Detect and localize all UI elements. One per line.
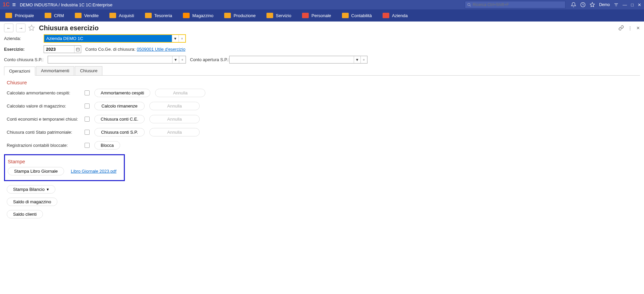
tab-ammortamenti[interactable]: Ammortamenti xyxy=(36,66,75,75)
nav-label: Tesoreria xyxy=(154,13,172,18)
nav-label: CRM xyxy=(54,13,64,18)
nav-acquisti[interactable]: Acquisti xyxy=(109,13,134,18)
close-icon[interactable]: ✕ xyxy=(636,26,640,31)
conto-apertura-label: Conto apertura S.P.: xyxy=(190,57,229,62)
conto-apertura-input-group: ▾ ▫ xyxy=(229,56,367,64)
azienda-dropdown-icon[interactable]: ▾ xyxy=(172,35,179,42)
closure-checkbox[interactable] xyxy=(85,117,90,122)
conto-coge-link[interactable]: 0509001 Utile d'esercizio xyxy=(137,47,186,52)
saldo-clienti-button[interactable]: Saldo clienti xyxy=(7,210,43,218)
annulla-button[interactable]: Annulla xyxy=(149,102,200,110)
closure-label: Registrazioni contabili bloccate: xyxy=(7,143,80,148)
svg-marker-7 xyxy=(29,25,35,31)
conto-chiusura-input[interactable] xyxy=(48,56,172,63)
page-title: Chiusura esercizio xyxy=(39,24,99,32)
saldo-magazzino-button[interactable]: Saldo di magazzino xyxy=(7,198,57,206)
conto-coge-label: Conto Co.Ge. di chiusura: xyxy=(85,47,136,52)
maximize-icon[interactable]: □ xyxy=(631,2,634,7)
esercizio-calendar-icon[interactable] xyxy=(74,46,81,53)
nav-contabilita[interactable]: Contabilità xyxy=(342,13,372,18)
closure-label: Calcolato valore di magazzino: xyxy=(7,103,80,109)
nav-tesoreria[interactable]: Tesoreria xyxy=(145,13,172,18)
search-input[interactable] xyxy=(473,2,563,7)
nav-label: Azienda xyxy=(392,13,408,18)
star-icon[interactable] xyxy=(590,2,595,7)
closure-checkbox[interactable] xyxy=(85,130,90,135)
back-button[interactable]: ← xyxy=(4,24,13,32)
navbar: Principale CRM Vendite Acquisti Tesoreri… xyxy=(0,9,644,22)
favorite-star-icon[interactable] xyxy=(28,25,35,31)
servizio-icon xyxy=(266,13,273,18)
ammortamento-cespiti-button[interactable]: Ammortamento cespiti xyxy=(94,89,150,97)
azienda-input[interactable] xyxy=(44,35,172,42)
nav-servizio[interactable]: Servizio xyxy=(266,13,291,18)
svg-line-1 xyxy=(470,5,471,6)
conto-apertura-open-icon[interactable]: ▫ xyxy=(360,56,367,63)
hamburger-icon[interactable]: ≡ xyxy=(12,1,16,8)
tab-operazioni[interactable]: Operazioni xyxy=(4,67,35,76)
closure-checkbox[interactable] xyxy=(85,143,90,148)
principale-icon xyxy=(5,13,12,18)
stampa-libro-giornale-button[interactable]: Stampa Libro Giornale xyxy=(8,167,64,175)
chiusura-conti-sp-button[interactable]: Chiusura conti S.P. xyxy=(94,128,145,136)
link-icon[interactable] xyxy=(618,25,624,31)
esercizio-input[interactable] xyxy=(44,46,74,53)
nav-label: Personale xyxy=(311,13,331,18)
conto-apertura-dropdown-icon[interactable]: ▾ xyxy=(354,56,360,63)
personale-icon xyxy=(302,13,309,18)
tab-chiusure[interactable]: Chiusure xyxy=(75,66,102,75)
closure-row: Calcolato ammortamento cespiti: Ammortam… xyxy=(7,89,637,97)
annulla-button[interactable]: Annulla xyxy=(155,89,205,97)
conto-chiusura-label: Conto chiusura S.P.: xyxy=(4,57,48,62)
nav-label: Contabilità xyxy=(351,13,372,18)
libro-giornale-link[interactable]: Libro Giornale 2023.pdf xyxy=(71,169,116,174)
blocca-button[interactable]: Blocca xyxy=(94,141,120,150)
tab-content: Chiusure Calcolato ammortamento cespiti:… xyxy=(0,76,644,226)
closure-label: Conti economici e temporanei chiusi: xyxy=(7,117,80,122)
svg-point-0 xyxy=(468,3,470,5)
nav-personale[interactable]: Personale xyxy=(302,13,331,18)
calcolo-rimanenze-button[interactable]: Calcolo rimanenze xyxy=(94,102,145,110)
minimize-icon[interactable]: — xyxy=(623,2,627,7)
closure-label: Chiusura conti Stato patrimoniale: xyxy=(7,130,80,135)
conto-chiusura-dropdown-icon[interactable]: ▾ xyxy=(172,56,179,63)
closure-checkbox[interactable] xyxy=(85,90,90,95)
stampe-title: Stampe xyxy=(8,159,119,164)
nav-produzione[interactable]: Produzione xyxy=(224,13,256,18)
nav-label: Magazzino xyxy=(192,13,213,18)
bell-icon[interactable] xyxy=(571,2,576,7)
history-icon[interactable] xyxy=(580,2,586,7)
conto-chiusura-input-group: ▾ ▫ xyxy=(48,56,186,64)
stampa-bilancio-button[interactable]: Stampa Bilancio▾ xyxy=(7,185,55,194)
tesoreria-icon xyxy=(145,13,152,18)
svg-marker-3 xyxy=(590,2,594,7)
closure-row: Conti economici e temporanei chiusi: Chi… xyxy=(7,115,637,123)
esercizio-label: Esercizio: xyxy=(4,47,44,52)
closure-label: Calcolato ammortamento cespiti: xyxy=(7,90,80,95)
magazzino-icon xyxy=(183,13,190,18)
stampe-highlight-box: Stampe Stampa Libro Giornale Libro Giorn… xyxy=(4,154,125,181)
kebab-menu-icon[interactable]: ⋮ xyxy=(628,26,632,31)
close-window-icon[interactable]: ✕ xyxy=(638,2,641,7)
azienda-open-icon[interactable]: ▫ xyxy=(179,35,185,42)
closure-row: Calcolato valore di magazzino: Calcolo r… xyxy=(7,102,637,110)
conto-apertura-input[interactable] xyxy=(230,56,354,63)
annulla-button[interactable]: Annulla xyxy=(149,115,200,123)
search-icon xyxy=(467,3,471,7)
closure-row: Registrazioni contabili bloccate: Blocca xyxy=(7,141,637,150)
azienda-icon xyxy=(383,13,389,18)
search-box[interactable] xyxy=(465,1,565,8)
svg-rect-8 xyxy=(76,48,79,51)
settings-lines-icon[interactable] xyxy=(614,2,618,7)
nav-magazzino[interactable]: Magazzino xyxy=(183,13,213,18)
crm-icon xyxy=(45,13,51,18)
nav-principale[interactable]: Principale xyxy=(5,13,34,18)
chiusura-conti-ce-button[interactable]: Chiusura conti C.E. xyxy=(94,115,145,123)
nav-crm[interactable]: CRM xyxy=(45,13,64,18)
forward-button[interactable]: → xyxy=(16,24,26,32)
conto-chiusura-open-icon[interactable]: ▫ xyxy=(179,56,186,63)
closure-checkbox[interactable] xyxy=(85,103,90,109)
nav-azienda[interactable]: Azienda xyxy=(383,13,408,18)
annulla-button[interactable]: Annulla xyxy=(149,128,200,136)
nav-vendite[interactable]: Vendite xyxy=(75,13,99,18)
